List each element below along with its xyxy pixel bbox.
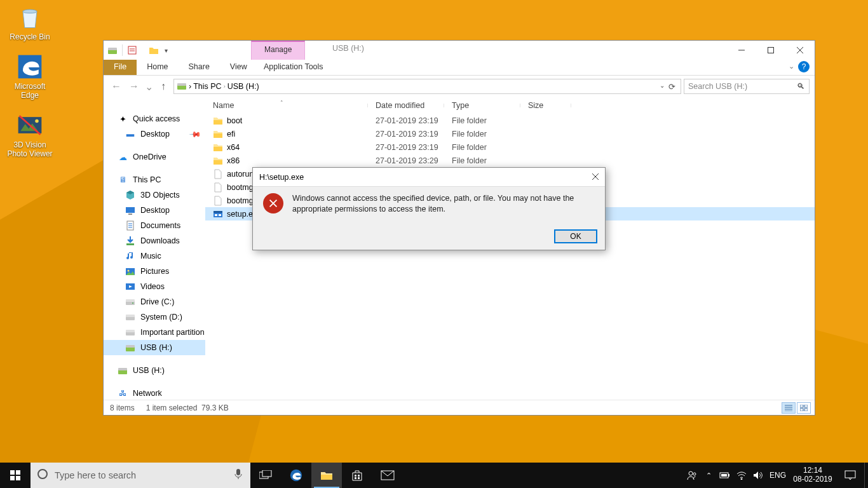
nav-onedrive[interactable]: ☁OneDrive	[104, 149, 205, 165]
folder-icon	[125, 266, 135, 276]
folder-icon	[125, 220, 135, 231]
tray-notifications-icon[interactable]	[836, 470, 864, 480]
nav-item-desktop[interactable]: Desktop	[104, 203, 205, 218]
search-input[interactable]: Search USB (H:) 🔍︎	[684, 79, 810, 94]
nav-item-important-partition[interactable]: Important partition	[104, 325, 205, 340]
microphone-icon[interactable]	[234, 468, 243, 482]
chevron-right-icon[interactable]: ›	[224, 83, 226, 90]
show-desktop-button[interactable]	[864, 463, 868, 488]
nav-item-system-d-[interactable]: System (D:)	[104, 309, 205, 325]
folder-icon	[125, 297, 135, 307]
svg-rect-35	[10, 470, 15, 475]
svg-rect-11	[128, 214, 132, 215]
tray-language[interactable]: ENG	[766, 471, 789, 480]
tab-share[interactable]: Share	[179, 60, 220, 75]
taskbar-file-explorer[interactable]	[311, 463, 342, 488]
up-button[interactable]: ↑	[156, 79, 171, 94]
nav-item-documents[interactable]: Documents	[104, 218, 205, 233]
folder-icon	[125, 312, 135, 322]
file-row[interactable]: x6427-01-2019 23:19File folder	[205, 140, 815, 154]
svg-rect-6	[128, 46, 136, 54]
drive-icon	[107, 45, 118, 55]
taskbar-search[interactable]: Type here to search	[31, 463, 250, 488]
svg-rect-40	[236, 469, 240, 475]
column-name[interactable]: Name˄	[205, 101, 368, 110]
folder-icon	[125, 205, 135, 215]
dialog-title: H:\setup.exe	[259, 173, 304, 182]
tray-volume-icon[interactable]	[750, 463, 766, 488]
chevron-right-icon[interactable]: ›	[189, 82, 191, 91]
tab-file[interactable]: File	[104, 60, 137, 75]
column-date[interactable]: Date modified	[368, 101, 444, 110]
ribbon-expand-icon[interactable]: ⌄	[789, 62, 794, 71]
task-view-button[interactable]	[250, 463, 281, 488]
search-placeholder: Search USB (H:)	[688, 82, 747, 91]
tab-application-tools[interactable]: Application Tools	[256, 60, 331, 74]
nav-desktop[interactable]: ▬Desktop📌	[104, 126, 205, 142]
minimize-button[interactable]	[727, 41, 756, 60]
svg-rect-31	[800, 405, 803, 407]
properties-icon[interactable]	[127, 45, 137, 55]
nav-item-downloads[interactable]: Downloads	[104, 233, 205, 248]
close-button[interactable]	[785, 41, 815, 60]
start-button[interactable]	[0, 463, 31, 488]
file-type: File folder	[444, 156, 520, 165]
help-icon[interactable]: ?	[798, 61, 810, 72]
nav-this-pc[interactable]: 🖥This PC	[104, 172, 205, 187]
file-icon	[213, 196, 223, 206]
back-button[interactable]: ←	[109, 79, 124, 94]
taskbar-edge[interactable]	[281, 463, 311, 488]
tray-wifi-icon[interactable]	[733, 463, 750, 488]
file-row[interactable]: efi27-01-2019 23:19File folder	[205, 127, 815, 140]
this-pc-icon: 🖥	[118, 175, 128, 185]
svg-rect-55	[845, 471, 855, 478]
nav-network[interactable]: 🖧Network	[104, 386, 205, 400]
breadcrumb-this-pc[interactable]: This PC	[193, 82, 221, 91]
file-row[interactable]: x8627-01-2019 23:29File folder	[205, 154, 815, 167]
file-row[interactable]: boot27-01-2019 23:19File folder	[205, 114, 815, 127]
nav-item-usb-h-[interactable]: USB (H:)	[104, 340, 205, 355]
new-folder-icon[interactable]	[149, 45, 159, 55]
ok-button[interactable]: OK	[554, 229, 597, 243]
recent-locations-dropdown[interactable]: ⌄	[144, 79, 153, 94]
nav-usb-drive[interactable]: USB (H:)	[104, 363, 205, 378]
title-bar[interactable]: ▾ Manage USB (H:)	[104, 41, 815, 60]
svg-rect-26	[118, 368, 127, 370]
tab-home[interactable]: Home	[137, 60, 178, 75]
svg-rect-20	[126, 315, 135, 317]
tray-battery-icon[interactable]	[717, 463, 733, 488]
desktop-icon-recycle-bin[interactable]: Recycle Bin	[5, 3, 55, 41]
taskbar-mail[interactable]	[372, 463, 403, 488]
nav-item-drive-c-[interactable]: Drive (C:)	[104, 294, 205, 309]
nav-item-3d-objects[interactable]: 3D Objects	[104, 187, 205, 203]
column-size[interactable]: Size	[520, 101, 571, 110]
recycle-bin-icon	[16, 3, 44, 31]
nav-quick-access[interactable]: ✦Quick access	[104, 111, 205, 126]
nav-item-pictures[interactable]: Pictures	[104, 264, 205, 279]
taskbar-store[interactable]	[342, 463, 372, 488]
svg-point-3	[35, 119, 39, 123]
desktop-icon-3d-vision[interactable]: 3D Vision Photo Viewer	[5, 111, 55, 158]
refresh-icon[interactable]: ⟳	[668, 82, 675, 92]
address-bar[interactable]: › This PC› USB (H:) ⌄ ⟳	[173, 79, 681, 94]
dialog-close-button[interactable]	[592, 173, 599, 182]
large-icons-view-button[interactable]	[797, 402, 811, 414]
breadcrumb-drive[interactable]: USB (H:)	[227, 82, 259, 91]
quick-access-dropdown[interactable]: ▾	[163, 47, 170, 54]
details-view-button[interactable]	[782, 402, 796, 414]
tab-view[interactable]: View	[220, 60, 257, 75]
contextual-tab-manage[interactable]: Manage	[251, 41, 305, 60]
file-name: boot	[227, 116, 242, 125]
photo-viewer-icon	[16, 111, 44, 139]
tray-clock[interactable]: 12:14 08-02-2019	[789, 463, 836, 487]
desktop-icon-edge[interactable]: Microsoft Edge	[5, 53, 55, 100]
column-type[interactable]: Type	[444, 101, 520, 110]
nav-item-music[interactable]: Music	[104, 248, 205, 264]
svg-rect-36	[16, 470, 20, 475]
maximize-button[interactable]	[756, 41, 785, 60]
tray-people-icon[interactable]	[684, 463, 700, 488]
address-dropdown-icon[interactable]: ⌄	[660, 82, 665, 92]
nav-item-videos[interactable]: Videos	[104, 279, 205, 294]
svg-rect-46	[355, 477, 356, 479]
tray-overflow-icon[interactable]: ⌃	[700, 463, 717, 488]
